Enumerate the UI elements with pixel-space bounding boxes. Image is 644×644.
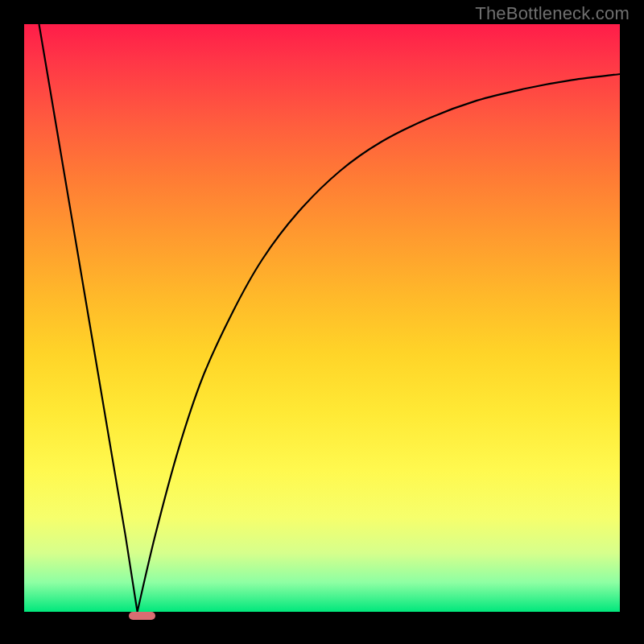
watermark-text: TheBottleneck.com [475, 3, 630, 24]
chart-container: TheBottleneck.com [0, 0, 644, 644]
curve-path [39, 24, 621, 612]
baseline-band [24, 612, 620, 620]
plot-area [24, 24, 620, 612]
bottleneck-curve [24, 24, 620, 612]
optimum-marker [129, 612, 155, 620]
